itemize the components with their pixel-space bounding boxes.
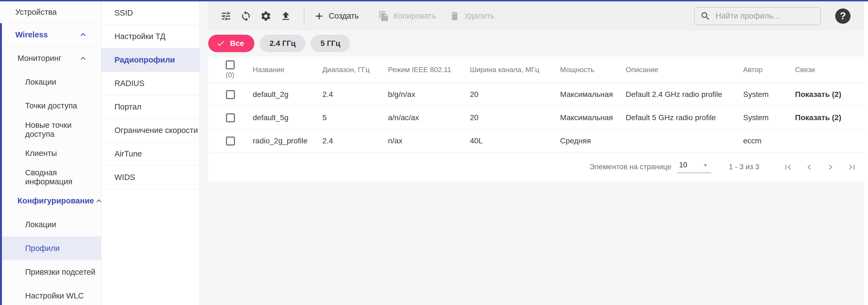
sidebar-item-new-access-points[interactable]: Новые точки доступа xyxy=(0,118,101,141)
filter-chip-label: Все xyxy=(230,39,244,48)
check-icon xyxy=(216,39,225,48)
sidebar-item-subnet-bindings[interactable]: Привязки подсетей xyxy=(0,260,101,284)
cell-channel-width: 20 xyxy=(470,113,560,122)
sidebar-item-label: Конфигурирование xyxy=(18,196,94,205)
create-button-label: Создать xyxy=(329,11,359,21)
sidebar-item-summary[interactable]: Сводная информация xyxy=(0,165,101,189)
page-size-select[interactable]: 10 xyxy=(677,161,711,173)
table-row[interactable]: default_5g 5 a/n/ac/ax 20 Максимальная D… xyxy=(208,106,864,129)
search-input[interactable] xyxy=(716,11,815,21)
cell-mode: n/ax xyxy=(388,137,470,145)
filter-chip-all[interactable]: Все xyxy=(208,35,254,52)
row-checkbox[interactable] xyxy=(226,113,235,122)
column-header-author: Автор xyxy=(743,66,795,74)
filter-chip-label: 5 ГГц xyxy=(320,39,340,48)
cell-band: 2.4 xyxy=(322,137,388,145)
submenu-item-airtune[interactable]: AirTune xyxy=(101,142,199,166)
column-header-links: Связи xyxy=(795,66,864,74)
submenu-item-ssid[interactable]: SSID xyxy=(101,1,199,25)
tune-icon xyxy=(220,10,232,22)
first-page-button[interactable] xyxy=(783,162,793,172)
sidebar-item-wlc-settings[interactable]: Настройки WLC xyxy=(0,284,101,305)
sidebar-item-configuration[interactable]: Конфигурирование xyxy=(0,189,101,213)
pagination-controls xyxy=(783,162,857,172)
table-header-row: (0) Название Диапазон, ГГц Режим IEEE 80… xyxy=(208,57,864,83)
help-button[interactable]: ? xyxy=(835,8,850,24)
sidebar-item-label: Wireless xyxy=(15,30,48,39)
last-page-icon xyxy=(847,162,857,172)
row-checkbox[interactable] xyxy=(226,137,235,145)
filter-columns-button[interactable] xyxy=(220,10,232,23)
next-page-button[interactable] xyxy=(826,162,836,172)
search-box xyxy=(694,7,821,25)
sidebar-item-label: Мониторинг xyxy=(18,54,61,63)
copy-button-label: Копировать xyxy=(394,11,436,21)
band-filter-chips: Все 2.4 ГГц 5 ГГц xyxy=(208,35,350,52)
delete-button-label: Удалить xyxy=(464,11,495,21)
submenu-item-label: RADIUS xyxy=(115,79,145,88)
select-all-checkbox[interactable] xyxy=(226,60,235,69)
cell-power: Максимальная xyxy=(560,90,626,99)
radio-profiles-table: (0) Название Диапазон, ГГц Режим IEEE 80… xyxy=(208,57,864,181)
sidebar-item-devices[interactable]: Устройства xyxy=(0,1,101,23)
sidebar-item-label: Новые точки доступа xyxy=(25,121,101,139)
cell-channel-width: 20 xyxy=(470,90,560,99)
cell-band: 2.4 xyxy=(322,90,388,99)
show-links-link[interactable]: Показать (2) xyxy=(795,113,864,122)
sidebar-item-label: Привязки подсетей xyxy=(25,268,95,277)
sidebar-item-profiles[interactable]: Профили xyxy=(0,236,101,260)
cell-power: Максимальная xyxy=(560,113,626,122)
copy-icon xyxy=(378,11,389,22)
delete-button[interactable]: Удалить xyxy=(449,11,495,22)
chevron-up-icon xyxy=(78,30,88,40)
sidebar-item-access-points[interactable]: Точки доступа xyxy=(0,94,101,118)
sidebar-item-locations-config[interactable]: Локации xyxy=(0,213,101,236)
sidebar-item-label: Локации xyxy=(25,77,56,87)
items-per-page-label: Элементов на странице xyxy=(589,163,671,171)
cell-mode: b/g/n/ax xyxy=(388,90,470,99)
settings-button[interactable] xyxy=(259,10,272,23)
previous-page-button[interactable] xyxy=(804,162,814,172)
primary-sidebar: Устройства Wireless Мониторинг Локации Т… xyxy=(0,1,101,305)
table-row[interactable]: default_2g 2.4 b/g/n/ax 20 Максимальная … xyxy=(208,83,864,106)
cell-description: Default 5 GHz radio profile xyxy=(626,113,743,122)
table-row[interactable]: radio_2g_profile 2.4 n/ax 40L Средняя ec… xyxy=(208,129,864,152)
submenu-item-label: Ограничение скорости xyxy=(115,126,198,135)
sidebar-item-clients[interactable]: Клиенты xyxy=(0,141,101,165)
cell-power: Средняя xyxy=(560,137,626,145)
submenu-item-portal[interactable]: Портал xyxy=(101,95,199,119)
column-header-mode: Режим IEEE 802.11 xyxy=(388,66,470,74)
cell-author: System xyxy=(743,90,795,99)
sidebar-item-wireless[interactable]: Wireless xyxy=(0,23,101,46)
submenu-item-wids[interactable]: WIDS xyxy=(101,166,199,189)
chevron-left-icon xyxy=(804,162,814,172)
trash-icon xyxy=(449,11,460,22)
cell-channel-width: 40L xyxy=(470,137,560,145)
refresh-button[interactable] xyxy=(240,10,252,23)
filter-chip-5-ghz[interactable]: 5 ГГц xyxy=(311,35,350,52)
filter-chip-2-4-ghz[interactable]: 2.4 ГГц xyxy=(259,35,306,52)
chevron-right-icon xyxy=(826,162,836,172)
submenu-item-label: SSID xyxy=(115,8,133,18)
active-section-rail xyxy=(0,23,2,305)
cell-name: default_2g xyxy=(253,90,322,99)
sidebar-item-locations-monitoring[interactable]: Локации xyxy=(0,70,101,94)
show-links-link[interactable]: Показать (2) xyxy=(795,90,864,99)
cell-name: default_5g xyxy=(253,113,322,122)
sidebar-item-monitoring[interactable]: Мониторинг xyxy=(0,46,101,70)
cell-name: radio_2g_profile xyxy=(253,137,322,145)
upload-button[interactable] xyxy=(279,10,292,23)
upload-icon xyxy=(280,10,291,22)
submenu-item-ap-settings[interactable]: Настройки ТД xyxy=(101,25,199,48)
submenu-item-radius[interactable]: RADIUS xyxy=(101,72,199,95)
submenu-item-radio-profiles[interactable]: Радиопрофили xyxy=(101,48,199,72)
create-button[interactable]: Создать xyxy=(314,11,359,22)
submenu-item-rate-limit[interactable]: Ограничение скорости xyxy=(101,119,199,142)
last-page-button[interactable] xyxy=(847,162,857,172)
copy-button[interactable]: Копировать xyxy=(378,11,436,22)
first-page-icon xyxy=(783,162,793,172)
sidebar-item-label: Профили xyxy=(25,244,60,253)
chevron-up-icon xyxy=(94,196,101,206)
row-checkbox[interactable] xyxy=(226,90,235,99)
submenu-item-label: Настройки ТД xyxy=(115,32,165,41)
